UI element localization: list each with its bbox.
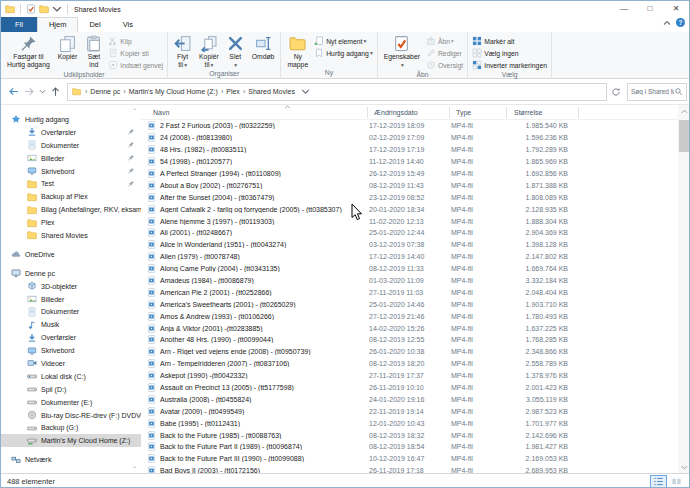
refresh-button[interactable]	[608, 83, 624, 101]
sidebar-item-dokumenter-e[interactable]: Dokumenter (E:)	[1, 396, 141, 409]
sidebar-item-skrivebord[interactable]: Skrivebord	[1, 344, 141, 357]
file-row[interactable]: Agent Catwalk 2 - farlig og forrygende (…	[141, 203, 678, 215]
sidebar-item-test[interactable]: Test	[1, 177, 141, 190]
ribbon-button-klip[interactable]: Klip	[108, 35, 163, 47]
ribbon-button-ny-mappe[interactable]: Nymappe	[283, 34, 312, 69]
tab-hjem[interactable]: Hjem	[37, 17, 79, 32]
sidebar-item-musik[interactable]: Musik	[1, 318, 141, 331]
file-row[interactable]: Alene hjemme 3 (1997) - (tt0119303)11-02…	[141, 215, 678, 227]
sidebar-item-backup-af-plex[interactable]: Backup af Plex	[1, 190, 141, 203]
back-icon[interactable]	[8, 86, 19, 97]
sidebar-item-overførsler[interactable]: Overførsler	[1, 331, 141, 344]
sidebar-item-shared-movies[interactable]: Shared Movies	[1, 229, 141, 242]
ribbon-button-rediger[interactable]: Rediger	[426, 47, 463, 59]
file-row[interactable]: Another 48 Hrs. (1990) - (tt0099044)08-1…	[141, 334, 678, 346]
file-row[interactable]: Australia (2008) - (tt0455824)24-01-2020…	[141, 393, 678, 405]
ribbon-button-nyt-element[interactable]: Nyt element▾	[314, 35, 372, 47]
file-row[interactable]: Back to the Future (1985) - (tt0088763)0…	[141, 429, 678, 441]
sidebar-scroll-down-icon[interactable]: ⌄	[130, 462, 139, 471]
sidebar-item-backup-g[interactable]: Backup (G:)	[1, 421, 141, 434]
file-row[interactable]: Arn - Tempelridderen (2007) - (tt0837106…	[141, 358, 678, 370]
file-row[interactable]: Babe (1995) - (tt0112431)12-01-2020 10:4…	[141, 417, 678, 429]
file-row[interactable]: Along Came Polly (2004) - (tt0343135)08-…	[141, 263, 678, 275]
scrollbar-thumb[interactable]	[679, 120, 689, 152]
file-row[interactable]: Back to the Future Part III (1990) - (tt…	[141, 453, 678, 465]
details-view-button[interactable]	[650, 475, 667, 488]
file-row[interactable]: Avatar (2009) - (tt0499549)22-11-2019 19…	[141, 405, 678, 417]
thumbnails-view-button[interactable]	[668, 475, 685, 488]
history-chevron-icon[interactable]	[39, 88, 46, 95]
tab-fil[interactable]: Fil	[1, 17, 37, 32]
ribbon-button-vælg-ingen[interactable]: Vælg ingen	[472, 47, 547, 59]
address-box[interactable]: › Denne pc›Martin's My Cloud Home (Z:)›P…	[67, 83, 607, 101]
file-row[interactable]: 48 Hrs. (1982) - (tt0083511)17-12-2019 1…	[141, 144, 678, 156]
scroll-down-icon[interactable]	[678, 461, 690, 473]
sidebar-item-blu-ray-disc-re-drev-f-dvdvol[interactable]: Blu-ray Disc-RE-drev (F:) DVDVol	[1, 409, 141, 422]
address-dropdown-chevron-icon[interactable]	[301, 87, 310, 96]
up-icon[interactable]	[50, 86, 61, 97]
file-row[interactable]: 54 (1998) - (tt0120577)11-12-2019 14:40M…	[141, 156, 678, 168]
file-row[interactable]: After the Sunset (2004) - (tt0367479)23-…	[141, 191, 678, 203]
column-header-modified[interactable]: Ændringsdato	[368, 107, 450, 118]
sidebar-item-lokal-disk-c[interactable]: Lokal disk (C:)	[1, 370, 141, 383]
sidebar-item-billeder[interactable]: Billeder	[1, 293, 141, 306]
collapse-ribbon-chevron-icon[interactable]	[663, 19, 671, 27]
scroll-up-icon[interactable]	[678, 105, 690, 117]
sidebar-item-dokumenter[interactable]: Dokumenter	[1, 305, 141, 318]
sidebar-item-skrivebord[interactable]: Skrivebord	[1, 165, 141, 178]
file-row[interactable]: Amadeus (1984) - (tt0086879)01-03-2020 1…	[141, 275, 678, 287]
sidebar-item-martin-s-my-cloud-home-z[interactable]: Martin's My Cloud Home (Z:)	[1, 434, 141, 447]
ribbon-button-slet[interactable]: Slet▾	[223, 34, 248, 70]
file-row[interactable]: American Pie 2 (2001) - (tt0252866)27-11…	[141, 286, 678, 298]
ribbon-button-sæt-ind[interactable]: Sætind	[81, 34, 106, 69]
sidebar-item-denne-pc[interactable]: Denne pc	[1, 267, 141, 280]
file-row[interactable]: Amos & Andrew (1993) - (tt0106266)27-12-…	[141, 310, 678, 322]
file-row[interactable]: Alice in Wonderland (1951) - (tt0043274)…	[141, 239, 678, 251]
minimize-button[interactable]: —	[611, 1, 637, 16]
sidebar-item-plex[interactable]: Plex	[1, 216, 141, 229]
file-row[interactable]: America's Sweethearts (2001) - (tt026502…	[141, 298, 678, 310]
ribbon-button-hurtig-adgang[interactable]: Hurtig adgang▾	[314, 47, 372, 59]
file-row[interactable]: Alien (1979) - (tt0078748)17-12-2019 14:…	[141, 251, 678, 263]
help-icon[interactable]: ?	[676, 18, 685, 27]
file-row[interactable]: About a Boy (2002) - (tt0276751)08-12-20…	[141, 179, 678, 191]
ribbon-button-flyt-til[interactable]: Flyttil▾	[170, 34, 195, 70]
sidebar-item-billeder[interactable]: Billeder	[1, 152, 141, 165]
ribbon-button-kopi-r-til[interactable]: Kopiértil▾	[195, 34, 223, 70]
sidebar-item-hurtig-adgang[interactable]: Hurtig adgang	[1, 113, 141, 126]
ribbon-button-kopi-r-sti[interactable]: Kopiér sti	[108, 47, 163, 59]
ribbon-button-oversigt[interactable]: Oversigt	[426, 59, 463, 71]
file-row[interactable]: Ali (2001) - (tt0248667)25-01-2020 12:44…	[141, 227, 678, 239]
file-row[interactable]: 2 Fast 2 Furious (2003) - (tt0322259)17-…	[141, 120, 678, 132]
sidebar-item-bilag-anbefalinger-rkv-eksame[interactable]: Bilag (Anbefalinger, RKV, eksame	[1, 203, 141, 216]
sidebar-item-spil-d[interactable]: Spil (D:)	[1, 383, 141, 396]
file-row[interactable]: Anja & Viktor (2001) -(tt0283885)14-02-2…	[141, 322, 678, 334]
breadcrumb-item-plex[interactable]: Plex	[224, 88, 242, 95]
search-input[interactable]	[628, 88, 674, 95]
tab-vis[interactable]: Vis	[112, 17, 144, 32]
qat-new-folder-icon[interactable]	[39, 4, 49, 14]
file-row[interactable]: A Perfect Stranger (1994) - (tt0110809)2…	[141, 168, 678, 180]
sidebar-item-netværk[interactable]: Netværk	[1, 453, 141, 466]
ribbon-button-åbn[interactable]: Åbn▾	[426, 35, 463, 47]
sidebar-item-videoer[interactable]: Videoer	[1, 357, 141, 370]
breadcrumb-item-denne-pc[interactable]: Denne pc	[88, 88, 122, 95]
file-row[interactable]: Arn - Riget ved vejens ende (2008) - (tt…	[141, 346, 678, 358]
ribbon-button-indsæt-genvej[interactable]: Indsæt genvej	[108, 59, 163, 71]
sidebar-item-3d-objekter[interactable]: 3D-objekter	[1, 280, 141, 293]
breadcrumb-item-martin-s-my-cloud-home-z[interactable]: Martin's My Cloud Home (Z:)	[127, 88, 220, 95]
file-row[interactable]: Back to the Future Part II (1989) - (tt0…	[141, 441, 678, 453]
column-header-size[interactable]: Størrelse	[507, 107, 579, 118]
sidebar-scroll-up-icon[interactable]: ⌃	[130, 107, 139, 116]
ribbon-button-inverter-markeringen[interactable]: Inverter markeringen	[472, 59, 547, 71]
ribbon-button-fastgør-til-hurtig-adgang[interactable]: Fastgør tilHurtig adgang	[3, 34, 54, 69]
file-row[interactable]: 24 (2008) - (tt0813980)02-12-2019 17:09M…	[141, 132, 678, 144]
ribbon-button-mark-r-alt[interactable]: Markér alt	[472, 35, 547, 47]
sidebar-item-overførsler[interactable]: Overførsler	[1, 126, 141, 139]
ribbon-button-kopi-r[interactable]: Kopiér	[54, 34, 82, 62]
ribbon-button-egenskaber[interactable]: Egenskaber▾	[380, 34, 424, 70]
column-header-name[interactable]: Navn	[141, 107, 368, 118]
file-row[interactable]: Bad Boys II (2003) - (tt0172156)26-11-20…	[141, 465, 678, 473]
breadcrumb-item-shared-movies[interactable]: Shared Movies	[246, 88, 297, 95]
column-header-type[interactable]: Type	[450, 107, 507, 118]
